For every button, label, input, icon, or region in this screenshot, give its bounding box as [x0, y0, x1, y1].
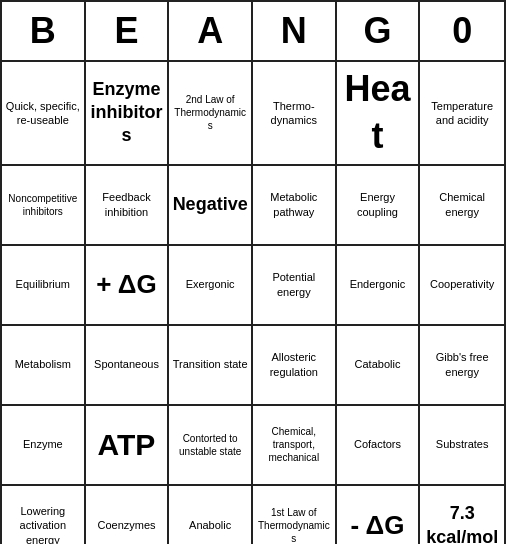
- cell-r0-c5: Temperature and acidity: [420, 62, 504, 166]
- cell-r4-c0: Enzyme: [2, 406, 86, 486]
- cell-r2-c4: Endergonic: [337, 246, 421, 326]
- cell-r3-c1: Spontaneous: [86, 326, 170, 406]
- cell-r3-c4: Catabolic: [337, 326, 421, 406]
- cell-r5-c1: Coenzymes: [86, 486, 170, 544]
- cell-r3-c0: Metabolism: [2, 326, 86, 406]
- bingo-card: BEANG0 Quick, specific, re-useableEnzyme…: [0, 0, 506, 544]
- cell-r0-c2: 2nd Law of Thermodynamics: [169, 62, 253, 166]
- header-letter-0: 0: [420, 2, 504, 60]
- cell-r3-c2: Transition state: [169, 326, 253, 406]
- cell-r0-c1: Enzyme inhibitors: [86, 62, 170, 166]
- cell-r2-c0: Equilibrium: [2, 246, 86, 326]
- cell-r5-c5: 7.3 kcal/mol: [420, 486, 504, 544]
- cell-r2-c5: Cooperativity: [420, 246, 504, 326]
- cell-r0-c4: Heat: [337, 62, 421, 166]
- cell-r5-c2: Anabolic: [169, 486, 253, 544]
- cell-r0-c3: Thermo-dynamics: [253, 62, 337, 166]
- cell-r4-c4: Cofactors: [337, 406, 421, 486]
- cell-r3-c3: Allosteric regulation: [253, 326, 337, 406]
- cell-r4-c5: Substrates: [420, 406, 504, 486]
- cell-r1-c5: Chemical energy: [420, 166, 504, 246]
- cell-r4-c1: ATP: [86, 406, 170, 486]
- cell-r2-c2: Exergonic: [169, 246, 253, 326]
- cell-r1-c0: Noncompetitive inhibitors: [2, 166, 86, 246]
- cell-r1-c1: Feedback inhibition: [86, 166, 170, 246]
- bingo-header: BEANG0: [2, 2, 504, 62]
- header-letter-G: G: [337, 2, 421, 60]
- cell-r2-c3: Potential energy: [253, 246, 337, 326]
- cell-r5-c0: Lowering activation energy: [2, 486, 86, 544]
- cell-r3-c5: Gibb's free energy: [420, 326, 504, 406]
- cell-r4-c2: Contorted to unstable state: [169, 406, 253, 486]
- cell-r1-c2: Negative: [169, 166, 253, 246]
- header-letter-E: E: [86, 2, 170, 60]
- bingo-grid: Quick, specific, re-useableEnzyme inhibi…: [2, 62, 504, 544]
- cell-r2-c1: + ΔG: [86, 246, 170, 326]
- header-letter-B: B: [2, 2, 86, 60]
- cell-r5-c3: 1st Law of Thermodynamics: [253, 486, 337, 544]
- header-letter-A: A: [169, 2, 253, 60]
- cell-r1-c4: Energy coupling: [337, 166, 421, 246]
- cell-r5-c4: - ΔG: [337, 486, 421, 544]
- cell-r1-c3: Metabolic pathway: [253, 166, 337, 246]
- cell-r0-c0: Quick, specific, re-useable: [2, 62, 86, 166]
- cell-r4-c3: Chemical, transport, mechanical: [253, 406, 337, 486]
- header-letter-N: N: [253, 2, 337, 60]
